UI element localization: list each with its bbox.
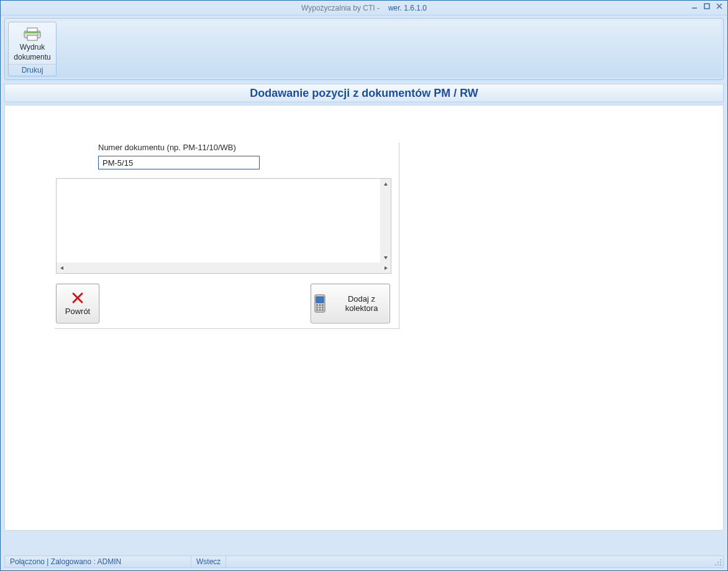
svg-point-30 [717,564,719,565]
back-button[interactable]: Powrót [56,284,99,323]
title-bar: Wypożyczalnia by CTI - wer. 1.6.1.0 [1,1,727,16]
content-panel: Numer dokumentu (np. PM-11/10/WB) [4,105,724,531]
vertical-scrollbar[interactable] [380,179,391,263]
svg-rect-1 [704,4,709,9]
svg-marker-10 [384,256,388,259]
scroll-up-button[interactable] [380,179,391,189]
svg-rect-21 [319,307,321,308]
add-from-collector-button[interactable]: Dodaj z kolektora [311,284,390,323]
svg-rect-16 [316,297,324,303]
collector-button-label: Dodaj z kolektora [334,294,389,313]
svg-point-8 [37,34,39,35]
svg-rect-5 [27,28,37,32]
status-back[interactable]: Wstecz [191,556,226,567]
form-button-row: Powrót [55,284,394,323]
x-icon [71,292,84,304]
doc-number-label: Numer dokumentu (np. PM-11/10/WB) [98,143,394,152]
svg-rect-6 [27,35,37,40]
svg-point-29 [720,564,721,565]
window-controls [690,2,724,11]
app-window: Wypożyczalnia by CTI - wer. 1.6.1.0 [0,0,728,571]
ribbon-group-label: Drukuj [9,64,56,76]
svg-marker-11 [60,266,63,270]
scroll-left-button[interactable] [57,263,67,273]
window-title: Wypożyczalnia by CTI - wer. 1.6.1.0 [301,4,427,12]
back-button-label: Powrót [65,307,90,316]
section-header: Dodawanie pozycji z dokumentów PM / RW [4,84,724,102]
ribbon-group-print: Wydruk dokumentu Drukuj [8,22,57,76]
svg-rect-17 [316,304,318,306]
close-button[interactable] [715,2,724,11]
horizontal-scrollbar[interactable] [57,263,391,273]
print-button-label-line2: dokumentu [14,53,50,61]
maximize-button[interactable] [703,2,711,11]
form-panel: Numer dokumentu (np. PM-11/10/WB) [55,143,399,329]
print-button-label-line1: Wydruk [20,43,45,52]
svg-point-31 [715,564,716,565]
svg-rect-24 [319,309,321,311]
svg-rect-20 [316,307,318,308]
svg-marker-9 [384,182,388,186]
collector-device-icon [311,294,329,313]
results-list[interactable] [56,178,391,274]
minimize-button[interactable] [690,2,699,11]
svg-point-27 [720,562,721,563]
printer-icon [22,27,43,42]
resize-grip[interactable] [713,556,723,567]
status-back-text: Wstecz [196,557,221,566]
svg-marker-12 [384,266,388,270]
app-name-text: Wypożyczalnia by CTI - [301,4,380,12]
doc-number-input[interactable] [98,156,260,169]
svg-rect-22 [322,307,324,308]
results-list-content [57,179,380,263]
svg-rect-18 [319,304,321,306]
ribbon-container: Wydruk dokumentu Drukuj [4,18,724,80]
svg-point-26 [720,559,721,560]
status-connection-text: Połączono | Zalogowano : ADMIN [10,557,121,566]
ribbon: Wydruk dokumentu Drukuj [6,20,722,78]
scroll-down-button[interactable] [380,252,391,263]
status-connection: Połączono | Zalogowano : ADMIN [5,556,191,567]
svg-rect-23 [316,309,318,311]
svg-rect-7 [25,32,40,33]
svg-point-28 [717,562,719,563]
svg-rect-19 [322,304,324,306]
section-header-text: Dodawanie pozycji z dokumentów PM / RW [250,87,478,100]
svg-rect-25 [322,309,324,311]
scroll-right-button[interactable] [380,263,391,273]
print-document-button[interactable]: Wydruk dokumentu [11,22,53,64]
app-version-text: wer. 1.6.1.0 [388,4,427,12]
status-bar: Połączono | Zalogowano : ADMIN Wstecz [4,555,724,568]
